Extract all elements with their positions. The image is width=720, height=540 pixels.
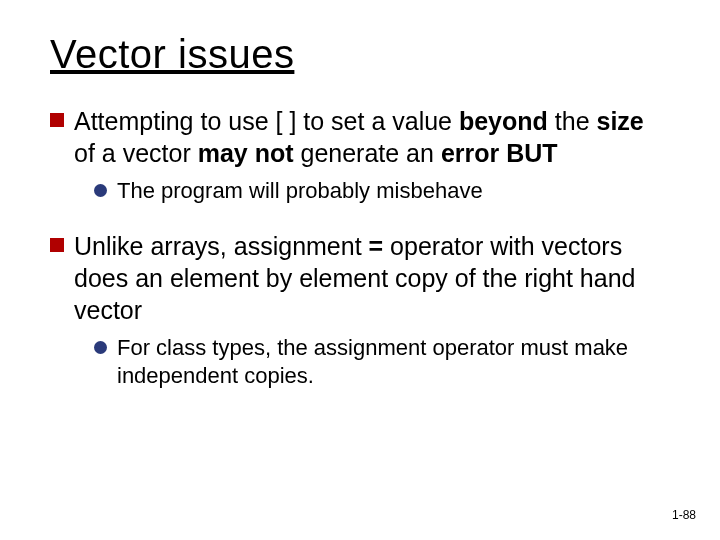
bullet-1-sub-wrap: The program will probably misbehave <box>94 177 670 206</box>
square-bullet-icon <box>50 238 64 252</box>
bullet-2-sub-wrap: For class types, the assignment operator… <box>94 334 670 391</box>
slide: Vector issues Attempting to use [ ] to s… <box>0 0 720 540</box>
circle-bullet-icon <box>94 184 107 197</box>
t: Attempting to use [ ] to set a value <box>74 107 459 135</box>
bullet-2: Unlike arrays, assignment = operator wit… <box>50 230 670 326</box>
t: the <box>548 107 597 135</box>
t-but: BUT <box>506 139 557 167</box>
bullet-1-sub: The program will probably misbehave <box>94 177 670 206</box>
bullet-2-text: Unlike arrays, assignment = operator wit… <box>74 230 670 326</box>
t-error: error <box>441 139 499 167</box>
square-bullet-icon <box>50 113 64 127</box>
page-number: 1-88 <box>672 508 696 522</box>
t: generate an <box>294 139 441 167</box>
bullet-2-sub-text: For class types, the assignment operator… <box>117 334 670 391</box>
t: Unlike arrays, assignment <box>74 232 369 260</box>
t-maynot: may not <box>198 139 294 167</box>
slide-title: Vector issues <box>50 32 670 77</box>
t-beyond: beyond <box>459 107 548 135</box>
t-size: size <box>597 107 644 135</box>
bullet-1-sub-text: The program will probably misbehave <box>117 177 483 206</box>
t-eq: = <box>369 232 384 260</box>
bullet-2-sub: For class types, the assignment operator… <box>94 334 670 391</box>
t: of a vector <box>74 139 198 167</box>
bullet-1-text: Attempting to use [ ] to set a value bey… <box>74 105 670 169</box>
circle-bullet-icon <box>94 341 107 354</box>
bullet-1: Attempting to use [ ] to set a value bey… <box>50 105 670 169</box>
